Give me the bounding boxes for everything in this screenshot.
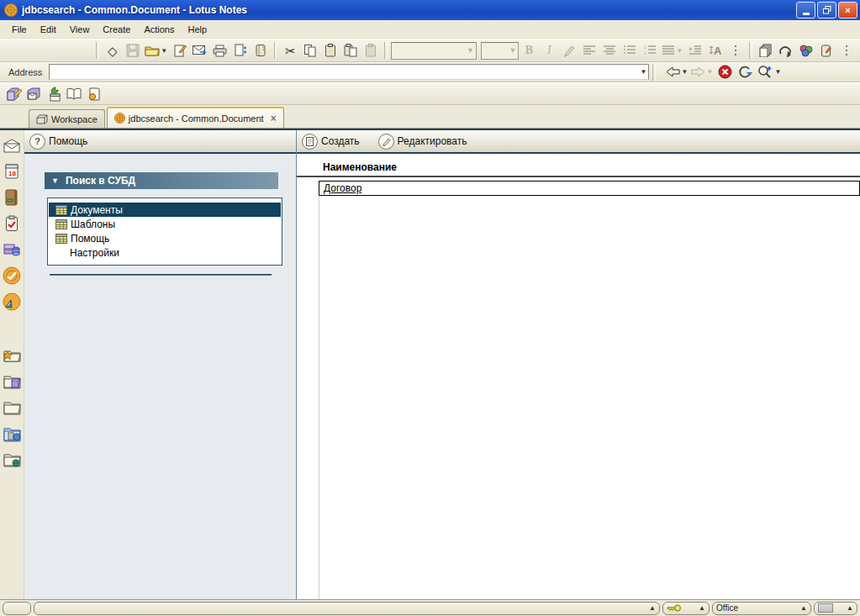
welcome-check-icon[interactable] [2,266,22,286]
open-folder-icon[interactable]: ▼ [143,41,170,60]
address-dropdown-icon[interactable]: ▼ [640,68,646,76]
send-mail-icon[interactable] [190,41,210,60]
todo-icon[interactable] [2,213,22,234]
status-popup-icon[interactable]: ▲ [795,604,807,612]
more-tools-icon[interactable] [836,41,857,60]
minimize-button[interactable] [796,2,815,18]
list-item-settings[interactable]: Настройки [49,245,281,260]
list-item-templates[interactable]: Шаблоны [49,217,281,231]
bold-icon[interactable]: B [519,41,539,60]
print-icon[interactable] [210,41,230,60]
notebook-icon[interactable] [251,41,271,60]
help-button[interactable]: ? Помощь [29,134,87,150]
cut-icon[interactable]: ✂ [280,41,300,60]
document-properties-icon[interactable] [230,41,251,60]
calendar-icon[interactable]: 18 [2,161,22,182]
tab-jdbcsearch-common-document[interactable]: jdbcsearch - Common.Document × [107,107,284,128]
list-item-help[interactable]: Помощь [49,231,281,245]
replication-plant-icon[interactable] [44,85,64,103]
highlighter-icon[interactable] [559,41,579,60]
create-button[interactable]: Создать [302,134,360,150]
menu-help[interactable]: Help [181,23,214,36]
font-size-combo[interactable]: ▼ [481,42,519,60]
stacked-pages-icon[interactable] [756,41,776,60]
search-dropdown-icon[interactable]: ▼ [774,68,781,76]
italic-icon[interactable]: I [539,41,559,60]
favorites-folder-icon[interactable] [2,345,22,366]
status-segment-security[interactable]: ▲ [662,602,710,615]
list-item-label: Шаблоны [71,218,115,230]
restore-button[interactable] [817,2,836,18]
contacts-icon[interactable] [2,187,22,208]
view-row-selected[interactable]: Договор [319,181,860,196]
open-dropdown-icon[interactable]: ▼ [161,47,167,55]
clipboard-pencil-icon[interactable] [816,41,836,60]
internet-folder-icon[interactable] [2,450,22,470]
mail-icon[interactable] [2,135,22,155]
copy-icon[interactable] [300,41,320,60]
edit-document-icon[interactable] [170,41,190,60]
menu-actions[interactable]: Actions [137,23,181,36]
refresh-icon[interactable] [735,63,755,82]
box-pencil-icon[interactable] [3,85,24,103]
svg-text:1: 1 [644,45,646,50]
paste-special-icon[interactable] [340,41,361,60]
align-center-icon[interactable] [599,41,620,60]
tab-workspace-label: Workspace [51,114,98,124]
navigate-icon[interactable]: ◇ [103,41,123,60]
rotate-arrow-icon[interactable] [776,41,796,60]
justify-icon[interactable]: ▼ [660,41,685,60]
more-format-options-icon[interactable] [725,41,746,60]
paste-icon[interactable] [320,41,340,60]
status-popup-icon[interactable]: ▲ [842,604,853,612]
status-segment-mail[interactable]: ▲ [814,602,857,615]
status-popup-icon[interactable]: ▲ [694,604,705,612]
font-name-combo[interactable]: ▼ [391,42,477,60]
status-segment-message[interactable]: ▲ [34,602,660,615]
forward-icon[interactable]: ▼ [689,63,715,82]
colored-balls-icon[interactable] [796,41,816,60]
status-segment-location[interactable]: Office ▲ [712,602,811,615]
forward-dropdown-icon[interactable]: ▼ [706,68,713,76]
box-mail-icon[interactable] [24,85,44,103]
status-popup-icon[interactable]: ▲ [644,604,656,612]
stop-icon[interactable] [715,63,735,82]
history-folder-icon[interactable] [2,424,22,444]
align-left-icon[interactable] [579,41,599,60]
list-item-documents[interactable]: Документы [49,203,281,217]
tab-workspace[interactable]: Workspace [29,109,105,128]
close-button[interactable]: × [838,2,857,18]
document-link[interactable]: Договор [319,182,361,194]
view-table-icon [55,219,67,229]
indent-icon[interactable] [685,41,705,60]
section-header-db-search[interactable]: ▼ Поиск в СУБД [45,172,278,189]
menu-file[interactable]: File [5,23,34,36]
edit-label: Редактировать [398,135,467,147]
numbered-list-icon[interactable]: 12 [640,41,660,60]
back-icon[interactable]: ▼ [664,63,689,82]
address-input[interactable]: ▼ [49,64,649,80]
book-coin-icon[interactable] [84,85,104,103]
menu-create[interactable]: Create [96,23,137,36]
paste-disabled-icon[interactable] [361,41,381,60]
open-book-icon[interactable] [64,85,84,103]
plain-folder-icon[interactable] [2,398,22,418]
workspace-icon [36,114,48,124]
back-dropdown-icon[interactable]: ▼ [681,68,688,76]
databases-folder-icon[interactable] [2,371,22,392]
save-icon[interactable] [123,41,143,60]
text-properties-icon[interactable]: A [705,41,725,60]
collapse-triangle-icon[interactable]: ▼ [51,176,59,185]
edit-button[interactable]: Редактировать [378,134,467,150]
menu-edit[interactable]: Edit [34,23,63,36]
replicator-icon[interactable] [2,240,22,260]
close-tab-icon[interactable]: × [271,113,277,124]
bullet-list-icon[interactable] [620,41,640,60]
search-icon[interactable]: ▼ [755,63,783,82]
help-icon: ? [29,134,45,150]
main-area: 18 [0,129,860,600]
menu-view[interactable]: View [63,23,97,36]
designer-icon[interactable] [2,292,22,312]
status-segment-network[interactable] [3,602,31,615]
view-column-header[interactable]: Наименование [297,154,860,176]
